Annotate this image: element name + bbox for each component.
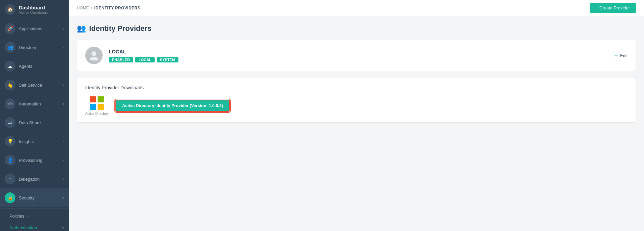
provider-avatar [85, 47, 103, 64]
directory-icon: 👥 [5, 42, 15, 53]
authentication-chevron: ∨ [62, 226, 64, 230]
main-content: HOME › IDENTITY PROVIDERS + Create Provi… [69, 0, 644, 231]
download-item: Active Directory Active Directory Identi… [85, 96, 628, 116]
sidebar-dashboard-sub: Admin Dashboard [19, 10, 48, 14]
breadcrumb-separator: › [91, 6, 92, 10]
insights-chevron: ‹ [63, 140, 64, 143]
agents-icon: ☁ [5, 61, 15, 72]
insights-label: Insights [19, 139, 34, 144]
sidebar-item-insights[interactable]: 💡 Insights ‹ [0, 132, 69, 151]
sidebar-item-applications[interactable]: 🚀 Applications ‹ [0, 19, 69, 38]
page-content: 👥 Identity Providers LOCAL ENABLED LOCAL [69, 16, 644, 231]
data-share-icon: ⇄ [5, 117, 15, 128]
delegation-chevron: ‹ [63, 177, 64, 181]
applications-chevron: ‹ [63, 27, 64, 31]
security-chevron: ∨ [62, 196, 64, 200]
badge-enabled: ENABLED [109, 57, 133, 62]
badge-system: SYSTEM [157, 57, 178, 62]
sidebar-item-directory[interactable]: 👥 Directory ‹ [0, 38, 69, 57]
provider-name: LOCAL [109, 49, 178, 54]
downloads-title: Identity Provider Downloads [85, 85, 628, 90]
badge-local: LOCAL [135, 57, 155, 62]
downloads-section: Identity Provider Downloads Active Direc… [77, 78, 636, 123]
ad-logo-label: Active Directory [85, 112, 109, 116]
provider-card-local: LOCAL ENABLED LOCAL SYSTEM ✏ Edit [77, 40, 636, 71]
automation-icon: </> [5, 98, 15, 109]
sidebar-item-data-share[interactable]: ⇄ Data Share [0, 113, 69, 132]
applications-label: Applications [19, 26, 42, 31]
policies-chevron: ‹ [27, 214, 28, 218]
sidebar-dashboard-title: Dashboard [19, 5, 48, 10]
sidebar-item-delegation[interactable]: ↑ Delegation ‹ [0, 170, 69, 188]
edit-icon: ✏ [614, 53, 618, 58]
create-provider-button[interactable]: + Create Provider [590, 3, 636, 13]
provider-card-left: LOCAL ENABLED LOCAL SYSTEM [85, 47, 178, 64]
authentication-label: Authentication [9, 225, 37, 230]
provisioning-chevron: ‹ [63, 158, 64, 162]
policies-label: Policies [9, 214, 24, 219]
sidebar-dashboard[interactable]: 🏠 Dashboard Admin Dashboard [0, 0, 69, 19]
svg-point-0 [92, 51, 96, 56]
sidebar-subitem-policies[interactable]: Policies ‹ [0, 210, 69, 222]
provider-info: LOCAL ENABLED LOCAL SYSTEM [109, 49, 178, 62]
breadcrumb-current: IDENTITY PROVIDERS [94, 6, 140, 10]
breadcrumb-home: HOME [77, 6, 89, 10]
sidebar-divider [0, 209, 69, 209]
directory-label: Directory [19, 45, 36, 50]
automation-chevron: ‹ [63, 102, 64, 106]
download-ad-button[interactable]: Active Directory Identity Provider (Vers… [115, 100, 230, 112]
self-service-label: Self Service [19, 83, 42, 88]
breadcrumb: HOME › IDENTITY PROVIDERS [77, 6, 140, 10]
sidebar-item-self-service[interactable]: 👆 Self Service ‹ [0, 76, 69, 94]
page-title-icon: 👥 [77, 24, 86, 33]
page-title: Identity Providers [89, 24, 152, 33]
svg-rect-2 [90, 96, 96, 102]
topbar: HOME › IDENTITY PROVIDERS + Create Provi… [69, 0, 644, 16]
svg-rect-4 [90, 104, 96, 110]
sidebar-subitem-authentication[interactable]: Authentication ∨ [0, 222, 69, 231]
data-share-label: Data Share [19, 120, 41, 125]
self-service-chevron: ‹ [63, 83, 64, 87]
svg-point-1 [90, 57, 98, 60]
edit-label: Edit [620, 53, 628, 58]
applications-icon: 🚀 [5, 23, 15, 34]
agents-label: Agents [19, 64, 32, 69]
sidebar-item-provisioning[interactable]: 👤 Provisioning ‹ [0, 151, 69, 170]
provider-badges: ENABLED LOCAL SYSTEM [109, 57, 178, 62]
edit-provider-button[interactable]: ✏ Edit [614, 53, 628, 58]
automation-label: Automation [19, 101, 41, 106]
sidebar-item-security[interactable]: 🔒 Security ∨ [0, 188, 69, 207]
sidebar: 🏠 Dashboard Admin Dashboard 🚀 Applicatio… [0, 0, 69, 231]
self-service-icon: 👆 [5, 80, 15, 90]
dashboard-icon: 🏠 [5, 4, 15, 15]
ad-logo: Active Directory [85, 96, 109, 116]
directory-chevron: ‹ [63, 46, 64, 49]
insights-icon: 💡 [5, 136, 15, 147]
security-icon: 🔒 [5, 192, 15, 203]
sidebar-item-agents[interactable]: ☁ Agents [0, 57, 69, 76]
provisioning-icon: 👤 [5, 155, 15, 166]
page-title-row: 👥 Identity Providers [77, 24, 636, 33]
delegation-icon: ↑ [5, 174, 15, 184]
security-label: Security [19, 195, 35, 200]
provisioning-label: Provisioning [19, 158, 43, 163]
svg-rect-5 [98, 104, 104, 110]
delegation-label: Delegation [19, 177, 40, 182]
svg-rect-3 [98, 96, 104, 102]
sidebar-item-automation[interactable]: </> Automation ‹ [0, 94, 69, 113]
